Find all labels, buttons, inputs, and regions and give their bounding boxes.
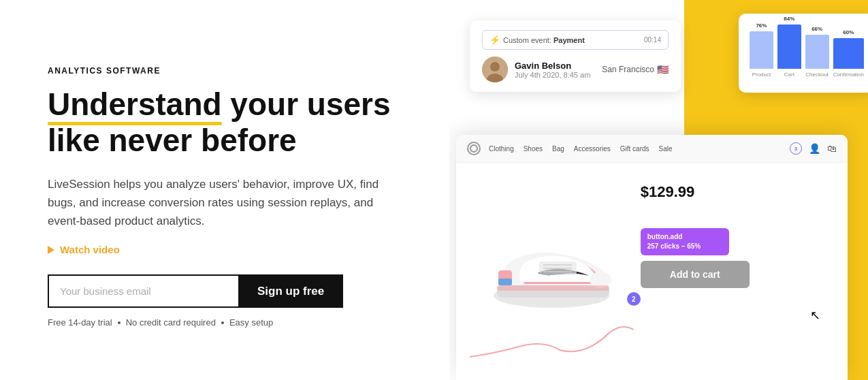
footer-item-trial: Free 14-day trial	[48, 317, 112, 328]
nav-logo-icon	[467, 142, 481, 155]
bar-label-checkout: Checkout	[805, 72, 829, 78]
person-icon: 👤	[809, 143, 820, 154]
headline: Understand your users like never before	[48, 86, 408, 159]
bar-pct-cart: 84%	[784, 16, 794, 22]
dot-separator-1	[118, 321, 120, 324]
headline-underline: Understand	[48, 86, 222, 123]
svg-point-1	[490, 62, 500, 72]
user-info: Gavin Belson July 4th 2020, 8:45 am San …	[482, 57, 669, 82]
bag-icon: 🛍	[827, 143, 837, 154]
bar-group-confirmation: 60% Confirmation	[833, 29, 864, 78]
add-to-cart-button[interactable]: Add to cart	[641, 261, 750, 288]
bar-pct-product: 76%	[756, 22, 767, 29]
bar-confirmation	[833, 38, 864, 69]
product-area: 1	[456, 163, 848, 374]
nav-link-sale: Sale	[659, 145, 673, 153]
click-tooltip: button.add 257 clicks – 65%	[641, 228, 729, 255]
category-label: ANALYTICS SOFTWARE	[48, 66, 408, 76]
bar-label-cart: Cart	[784, 72, 794, 78]
flag-icon: 🇺🇸	[657, 64, 669, 75]
user-date: July 4th 2020, 8:45 am	[515, 71, 590, 79]
bar-group-checkout: 66% Checkout	[805, 26, 829, 78]
tooltip-line2: 257 clicks – 65%	[647, 242, 722, 251]
graph-line	[470, 319, 634, 360]
event-text: Custom event: Payment	[503, 36, 644, 44]
watch-video-label: Watch video	[60, 244, 120, 255]
product-details: $129.99 2 button.add 257 clicks – 65% Ad…	[634, 176, 834, 360]
footer-item-no-cc: No credit card required	[126, 317, 216, 328]
nav-link-clothing: Clothing	[489, 145, 514, 153]
bar-group-product: 76% Product	[750, 22, 773, 78]
cursor-icon: ↖	[810, 308, 820, 323]
bar-checkout	[805, 35, 829, 69]
chart-card: 76% Product 84% Cart 66% Checkout 60% Co…	[739, 14, 868, 93]
cta-row: Sign up free	[48, 274, 408, 308]
badge-3-icon: 3	[790, 142, 802, 155]
bar-label-product: Product	[752, 72, 771, 78]
bar-product	[750, 31, 773, 69]
bar-label-confirmation: Confirmation	[833, 72, 864, 78]
browser-nav: Clothing Shoes Bag Accessories Gift card…	[456, 135, 848, 163]
nav-links: Clothing Shoes Bag Accessories Gift card…	[489, 145, 673, 153]
tooltip-line1: button.add	[647, 232, 722, 242]
event-icon: ⚡	[489, 35, 500, 45]
chart-bars: 76% Product 84% Cart 66% Checkout 60% Co…	[750, 23, 864, 78]
avatar	[482, 57, 508, 82]
nav-link-giftcards: Gift cards	[620, 145, 649, 153]
bar-group-cart: 84% Cart	[777, 16, 801, 78]
svg-rect-11	[498, 279, 512, 285]
product-price: $129.99	[641, 183, 834, 201]
email-input[interactable]	[48, 274, 238, 308]
event-badge: ⚡ Custom event: Payment 00:14	[482, 30, 669, 50]
bar-pct-confirmation: 60%	[843, 29, 854, 35]
right-panel: ⚡ Custom event: Payment 00:14 Gavin Bels…	[449, 0, 868, 380]
bar-cart	[777, 25, 801, 69]
footer-item-easy-setup: Easy setup	[229, 317, 273, 328]
user-name: Gavin Belson	[515, 61, 590, 71]
location-text: San Francisco	[602, 65, 654, 74]
nav-link-bag: Bag	[552, 145, 564, 153]
event-timer: 00:14	[644, 36, 661, 44]
headline-part2: your users	[222, 86, 391, 122]
user-details: Gavin Belson July 4th 2020, 8:45 am	[515, 61, 590, 79]
bar-pct-checkout: 66%	[811, 26, 822, 32]
nav-icons: 3 👤 🛍	[790, 142, 837, 155]
play-icon	[48, 246, 54, 254]
signup-button[interactable]: Sign up free	[238, 274, 343, 308]
product-image-area	[470, 176, 634, 360]
nav-link-accessories: Accessories	[574, 145, 611, 153]
browser-mockup: Clothing Shoes Bag Accessories Gift card…	[456, 135, 848, 380]
user-card: ⚡ Custom event: Payment 00:14 Gavin Bels…	[470, 20, 681, 92]
user-location: San Francisco 🇺🇸	[602, 64, 669, 75]
nav-link-shoes: Shoes	[524, 145, 543, 153]
footer-labels: Free 14-day trial No credit card require…	[48, 317, 408, 328]
watch-video-link[interactable]: Watch video	[48, 244, 408, 255]
description-text: LiveSession helps you analyze users' beh…	[48, 175, 408, 231]
number-badge-2: 2	[627, 292, 641, 306]
headline-line2: like never before	[48, 123, 297, 158]
svg-rect-12	[497, 285, 609, 291]
dot-separator-2	[221, 321, 224, 324]
event-bold: Payment	[553, 36, 585, 44]
left-panel: ANALYTICS SOFTWARE Understand your users…	[0, 0, 449, 380]
event-label: Custom event:	[503, 36, 553, 44]
sneaker-image	[483, 224, 620, 313]
